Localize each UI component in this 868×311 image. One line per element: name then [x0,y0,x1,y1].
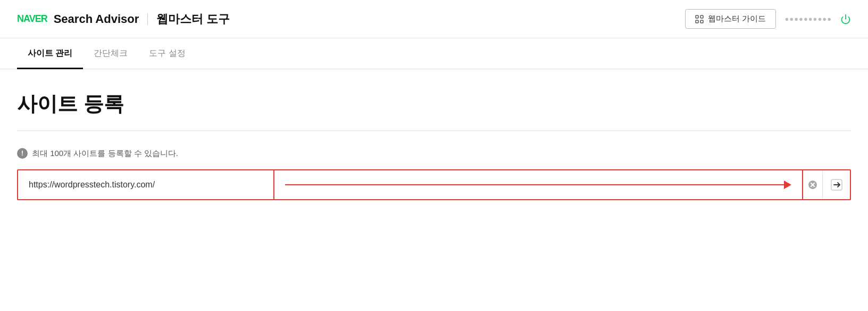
tab-site-management[interactable]: 사이트 관리 [17,38,83,69]
section-divider [17,130,851,131]
tab-tool-settings[interactable]: 도구 설정 [138,38,196,69]
user-email: ●●●●●●●●●● [784,15,832,23]
svg-rect-2 [696,20,698,23]
header-left: NAVER Search Advisor 웹마스터 도구 [17,11,230,27]
header-right: 웹마스터 가이드 ●●●●●●●●●● [685,9,851,29]
nav-tabs: 사이트 관리 간단체크 도구 설정 [0,38,868,69]
grid-icon [695,15,704,23]
header: NAVER Search Advisor 웹마스터 도구 웹마스터 가이드 ●●… [0,0,868,38]
clear-button[interactable] [803,171,822,199]
svg-rect-0 [696,15,698,18]
header-divider [147,13,148,25]
main-content: 사이트 등록 ! 최대 100개 사이트를 등록할 수 있습니다. [0,69,868,217]
naver-logo: NAVER [17,13,47,24]
app-subtitle: 웹마스터 도구 [156,11,230,27]
clear-icon [808,180,817,190]
url-actions [802,170,850,199]
arrow-line [285,181,791,189]
guide-button[interactable]: 웹마스터 가이드 [685,9,776,29]
svg-rect-1 [700,15,703,18]
app-title: Search Advisor [54,12,139,26]
submit-icon [831,179,842,191]
tab-quick-check[interactable]: 간단체크 [83,38,138,69]
arrow-head [784,181,791,189]
submit-button[interactable] [822,171,850,199]
arrow-shaft [285,184,784,185]
info-row: ! 최대 100개 사이트를 등록할 수 있습니다. [17,148,851,159]
power-icon[interactable] [840,14,851,24]
info-text: 최대 100개 사이트를 등록할 수 있습니다. [32,149,178,159]
page-title: 사이트 등록 [17,91,851,118]
url-input-row [17,169,851,200]
info-icon: ! [17,148,28,159]
url-input[interactable] [18,171,273,198]
url-input-section [18,170,274,199]
svg-rect-3 [700,20,703,23]
arrow-section [274,170,802,199]
guide-button-label: 웹마스터 가이드 [708,14,766,24]
